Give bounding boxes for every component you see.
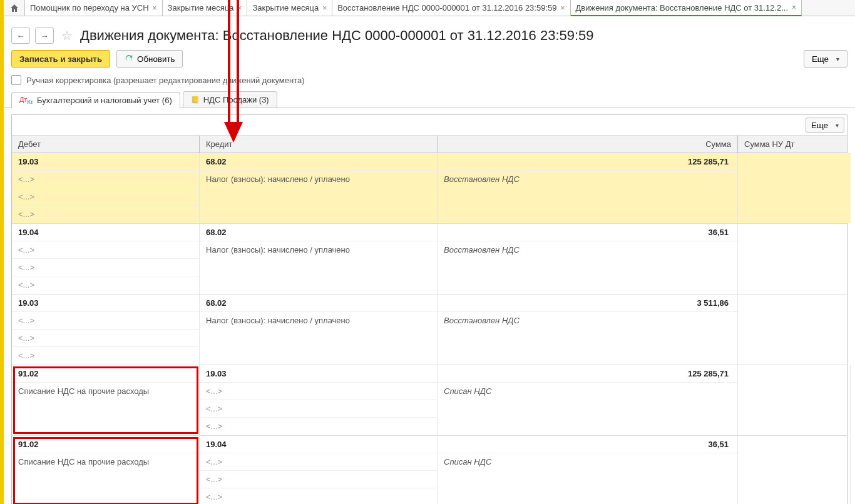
close-icon[interactable]: × [237,4,242,13]
credit-account: 19.04 [200,436,437,453]
col-sum[interactable]: Сумма [438,136,738,153]
col-sum-nu[interactable]: Сумма НУ Дт [738,136,851,153]
placeholder: <...> [200,418,437,435]
placeholder: <...> [12,188,199,206]
arrow-left-icon: ← [17,31,25,41]
page-title: Движения документа: Восстановление НДС 0… [80,28,594,44]
placeholder: <...> [200,453,437,471]
placeholder: <...> [12,312,199,330]
tab-label: Закрытие месяца [168,3,234,13]
debit-credit-icon: ДтКт [19,96,33,105]
debit-account: 19.03 [12,295,199,312]
accounting-row[interactable]: 91.02Списание НДС на прочие расходы19.03… [12,365,847,436]
debit-desc: Списание НДС на прочие расходы [12,453,199,471]
sum-nu-cell [738,436,850,453]
tab-label: Движения документа: Восстановление НДС о… [576,3,789,13]
tab-2[interactable]: Закрытие месяца× [247,0,332,16]
amount: 36,51 [438,224,737,241]
accounting-row[interactable]: 91.02Списание НДС на прочие расходы19.04… [12,436,847,504]
button-label: Еще [811,121,828,130]
subtab-vat-sales[interactable]: 📒 НДС Продажи (3) [183,91,277,108]
operation-title: Восстановлен НДС [438,241,737,259]
placeholder: <...> [200,471,437,488]
placeholder: <...> [12,206,199,223]
grid-more-button[interactable]: Еще [806,118,844,133]
tab-3[interactable]: Восстановление НДС 0000-000001 от 31.12.… [332,0,570,16]
placeholder: <...> [12,171,199,188]
header: ← → ☆ Движения документа: Восстановление… [4,16,855,50]
placeholder: <...> [200,383,437,400]
debit-account: 19.03 [12,153,199,171]
grid-toolbar: Еще [12,115,847,136]
nav-forward-button[interactable]: → [35,28,54,44]
debit-account: 91.02 [12,365,199,383]
button-label: Обновить [137,54,175,64]
debit-desc: Списание НДС на прочие расходы [12,383,199,400]
placeholder: <...> [12,276,199,294]
window-tabbar: Помощник по переходу на УСН× Закрытие ме… [4,0,855,16]
credit-desc: Налог (взносы): начислено / уплачено [200,241,437,259]
tab-label: Помощник по переходу на УСН [30,3,149,13]
placeholder: <...> [12,330,199,347]
accounting-grid: Еще Дебет Кредит Сумма Сумма НУ Дт 19.03… [11,114,847,504]
close-icon[interactable]: × [560,4,565,13]
operation-title: Восстановлен НДС [438,312,737,330]
tab-4[interactable]: Движения документа: Восстановление НДС о… [571,0,802,16]
sum-nu-cell [738,295,851,312]
placeholder: <...> [12,347,199,365]
grid-body: 19.03<...><...><...>68.02Налог (взносы):… [12,153,847,504]
button-label: Записать и закрыть [19,54,102,64]
tab-0[interactable]: Помощник по переходу на УСН× [25,0,163,16]
operation-title: Восстановлен НДС [438,171,737,188]
amount: 125 285,71 [438,365,737,383]
accounting-row[interactable]: 19.03<...><...><...>68.02Налог (взносы):… [12,295,847,365]
checkbox-label: Ручная корректировка (разрешает редактир… [26,76,305,85]
sum-nu-cell [738,224,851,241]
amount: 125 285,71 [438,153,737,171]
subtab-label: Бухгалтерский и налоговый учет (6) [37,96,172,105]
home-icon [9,3,19,13]
close-icon[interactable]: × [792,3,796,12]
sum-nu-cell [738,365,850,383]
manual-correction-row: Ручная корректировка (разрешает редактир… [4,71,855,89]
nav-back-button[interactable]: ← [11,28,30,44]
close-icon[interactable]: × [322,4,327,13]
credit-account: 19.03 [200,365,437,383]
favorite-icon[interactable]: ☆ [61,28,73,43]
tab-label: Восстановление НДС 0000-000001 от 31.12.… [337,3,556,13]
col-credit[interactable]: Кредит [200,136,438,153]
subtabs: ДтКт Бухгалтерский и налоговый учет (6) … [4,91,855,108]
grid-header: Дебет Кредит Сумма Сумма НУ Дт [12,136,847,153]
home-tab[interactable] [4,0,25,16]
placeholder: <...> [200,400,437,418]
sum-nu-cell [738,153,851,171]
credit-account: 68.02 [200,295,437,312]
amount: 3 511,86 [438,295,737,312]
tab-1[interactable]: Закрытие месяца× [163,0,248,16]
operation-title: Списан НДС [438,453,737,471]
debit-account: 91.02 [12,436,199,453]
button-label: Еще [812,54,829,64]
more-button[interactable]: Еще [804,50,847,68]
arrow-right-icon: → [41,31,49,41]
credit-desc: Налог (взносы): начислено / уплачено [200,312,437,330]
manual-correction-checkbox[interactable] [11,75,21,85]
refresh-button[interactable]: Обновить [116,50,183,68]
placeholder: <...> [200,488,437,504]
close-icon[interactable]: × [153,4,157,13]
placeholder: <...> [12,241,199,259]
subtab-accounting[interactable]: ДтКт Бухгалтерский и налоговый учет (6) [11,92,180,108]
accounting-row[interactable]: 19.04<...><...><...>68.02Налог (взносы):… [12,224,847,295]
accounting-row[interactable]: 19.03<...><...><...>68.02Налог (взносы):… [12,153,847,224]
operation-title: Списан НДС [438,383,737,400]
credit-account: 68.02 [200,153,437,171]
credit-desc: Налог (взносы): начислено / уплачено [200,171,437,188]
register-icon: 📒 [191,96,200,104]
toolbar: Записать и закрыть Обновить Еще [4,50,855,71]
col-debit[interactable]: Дебет [12,136,200,153]
subtab-label: НДС Продажи (3) [203,95,269,104]
credit-account: 68.02 [200,224,437,241]
tab-label: Закрытие месяца [252,3,319,13]
save-and-close-button[interactable]: Записать и закрыть [11,50,110,68]
placeholder: <...> [12,259,199,276]
